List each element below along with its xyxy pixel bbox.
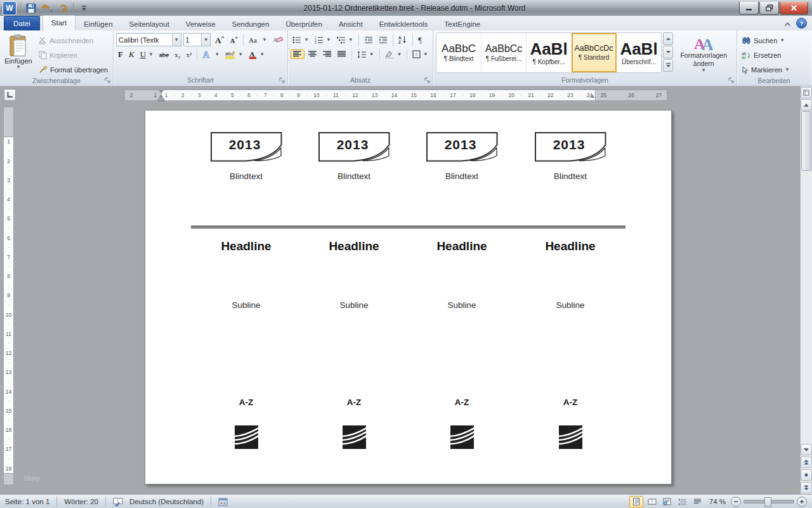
bold-button[interactable]: F [116, 49, 125, 60]
format-painter-button[interactable]: Format übertragen [37, 63, 110, 76]
word-count[interactable]: Wörter: 20 [61, 498, 102, 505]
gallery-scroll-down-icon[interactable] [663, 46, 673, 58]
font-size-select[interactable]: 1 ▼ [183, 33, 211, 46]
undo-icon[interactable] [41, 2, 53, 15]
tab-einfuegen[interactable]: Einfügen [75, 17, 121, 30]
dialog-launcher-icon[interactable] [728, 77, 735, 84]
strikethrough-button[interactable]: abe [157, 50, 171, 59]
subscript-button[interactable]: x₂ [173, 50, 182, 59]
find-button[interactable]: Suchen▼ [740, 34, 808, 47]
text-effects-button[interactable]: A▼ [200, 50, 221, 60]
gallery-more-icon[interactable] [663, 59, 673, 72]
line-spacing-button[interactable]: ▼ [355, 50, 376, 59]
tab-sendungen[interactable]: Sendungen [224, 17, 278, 30]
next-page-icon[interactable] [801, 482, 812, 493]
qat-customize-icon[interactable] [77, 2, 90, 15]
tab-start[interactable]: Start [43, 15, 75, 30]
word-app-icon[interactable]: W [3, 1, 16, 15]
select-button[interactable]: Markieren▼ [740, 64, 808, 76]
show-paragraph-marks-button[interactable]: ¶ [416, 35, 426, 44]
ruler-main[interactable]: 1·2·3·4·5·6·7·8·9·10·11·12·13·14·15·16·1… [161, 90, 596, 101]
zoom-out-button[interactable] [731, 497, 741, 507]
numbered-list-button[interactable]: 123▼ [313, 36, 333, 44]
chevron-down-icon[interactable]: ▼ [201, 34, 210, 46]
tab-entwicklertools[interactable]: Entwicklertools [371, 17, 436, 30]
change-styles-button[interactable]: A A Formatvorlagen ändern ▼ [673, 32, 734, 73]
underline-button[interactable]: U▼ [138, 49, 155, 60]
vertical-scrollbar[interactable] [800, 86, 812, 494]
macro-recording[interactable] [215, 498, 231, 506]
tab-ueberpruefen[interactable]: Überprüfen [277, 17, 331, 30]
align-center-button[interactable] [306, 50, 319, 58]
replace-button[interactable]: abac Ersetzen [740, 49, 808, 62]
style-blindtext[interactable]: AaBbC ¶ Blindtext [436, 33, 481, 72]
save-icon[interactable] [25, 2, 37, 15]
style-standard[interactable]: AaBbCcDc ¶ Standard [572, 33, 617, 72]
redo-icon[interactable] [56, 2, 69, 15]
zoom-level[interactable]: 74 % [707, 498, 728, 505]
font-name-select[interactable]: Calibri (Textk ▼ [116, 33, 181, 46]
shading-button[interactable]: ▼ [383, 50, 403, 59]
view-outline-button[interactable] [676, 497, 689, 507]
restore-icon[interactable] [759, 2, 779, 15]
right-indent-marker[interactable] [590, 95, 595, 98]
tab-verweise[interactable]: Verweise [178, 17, 224, 30]
view-print-layout-button[interactable] [629, 496, 643, 508]
gallery-scroll-up-icon[interactable] [663, 32, 673, 45]
select-browse-object-icon[interactable] [801, 469, 812, 481]
multilevel-list-button[interactable]: ▼ [335, 36, 355, 44]
tab-ansicht[interactable]: Ansicht [331, 17, 371, 30]
left-indent-marker[interactable] [158, 98, 164, 102]
language-status[interactable]: Deutsch (Deutschland) [126, 498, 207, 505]
ruler-right-margin[interactable]: 25·26·27 [595, 90, 667, 101]
zoom-slider[interactable] [743, 500, 794, 504]
bullet-list-button[interactable]: ▼ [291, 36, 311, 44]
document-page[interactable]: 2013 Blindtext Headline Subline A-Z 2013… [145, 110, 672, 485]
view-fullscreen-reading-button[interactable] [646, 497, 658, 507]
font-color-button[interactable]: A▼ [247, 50, 266, 60]
zoom-in-button[interactable] [797, 497, 807, 507]
decrease-indent-button[interactable] [362, 36, 375, 44]
copy-button[interactable]: Kopieren [37, 48, 110, 62]
help-icon[interactable]: ? [796, 18, 807, 29]
italic-button[interactable]: K [127, 49, 136, 60]
toggle-ruler-button[interactable] [801, 87, 812, 98]
tab-seitenlayout[interactable]: Seitenlayout [121, 17, 178, 30]
align-left-button[interactable] [291, 50, 304, 59]
dialog-launcher-icon[interactable] [104, 77, 111, 84]
shrink-font-button[interactable]: A [228, 35, 240, 45]
tab-stop-selector[interactable] [4, 89, 16, 101]
zoom-slider-thumb[interactable] [764, 497, 771, 507]
hanging-indent-marker[interactable] [159, 95, 164, 98]
close-icon[interactable] [780, 2, 808, 15]
view-draft-button[interactable] [691, 497, 704, 507]
page-count[interactable]: Seite: 1 von 1 [0, 498, 53, 505]
justify-button[interactable] [336, 50, 348, 58]
previous-page-icon[interactable] [801, 457, 812, 468]
borders-button[interactable]: ▼ [410, 50, 430, 59]
view-web-layout-button[interactable] [661, 497, 674, 507]
change-case-button[interactable]: Aa▼ [247, 35, 269, 44]
grow-font-button[interactable]: A [213, 35, 226, 45]
style-ueberschrift[interactable]: AaBl Überschrif... [617, 33, 661, 72]
ruler-left-margin[interactable]: 2·1 [124, 90, 162, 101]
minimize-ribbon-icon[interactable] [784, 18, 791, 29]
superscript-button[interactable]: x² [185, 50, 194, 59]
scroll-down-icon[interactable] [801, 444, 812, 455]
minimize-icon[interactable] [739, 2, 759, 15]
scroll-up-icon[interactable] [801, 99, 812, 110]
increase-indent-button[interactable] [377, 36, 390, 44]
align-right-button[interactable] [321, 50, 334, 58]
tab-datei[interactable]: Datei [4, 16, 40, 30]
cut-button[interactable]: Ausschneiden [37, 34, 110, 47]
paste-button[interactable]: Einfügen ▼ [3, 32, 34, 75]
sort-button[interactable]: AZ [396, 35, 409, 44]
scrollbar-thumb[interactable] [801, 111, 811, 171]
chevron-down-icon[interactable]: ▼ [172, 34, 181, 46]
proofing-status[interactable] [110, 497, 126, 506]
dialog-launcher-icon[interactable] [424, 77, 431, 84]
clear-formatting-button[interactable]: A [271, 35, 285, 44]
style-kopfbereich[interactable]: AaBl ¶ Kopfber... [527, 33, 572, 72]
highlight-color-button[interactable]: ab▼ [223, 50, 245, 60]
tab-textengine[interactable]: TextEngine [436, 17, 488, 30]
